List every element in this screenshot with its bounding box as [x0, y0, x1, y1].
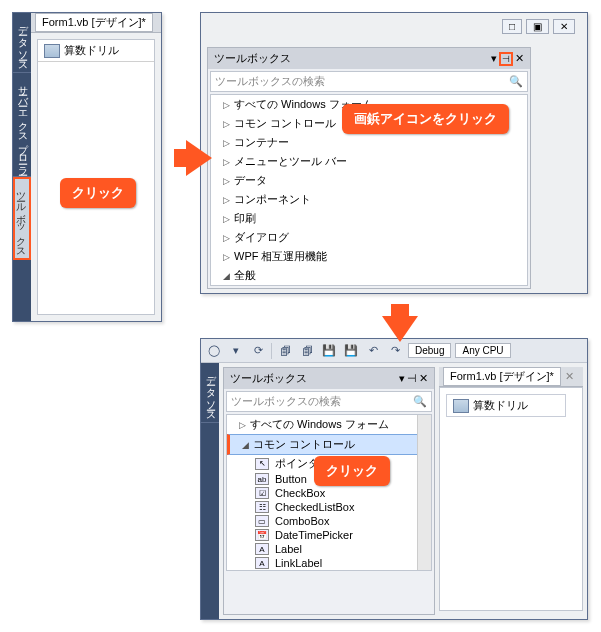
tool-icon: ↖ [255, 458, 269, 470]
file-tab[interactable]: Form1.vb [デザイン]* [35, 13, 153, 32]
search-placeholder: ツールボックスの検索 [231, 394, 341, 409]
tool-icon: ▭ [255, 515, 269, 527]
toolbox-category[interactable]: ▷ダイアログ [211, 228, 527, 247]
undo-icon[interactable]: ↶ [364, 342, 382, 360]
vtab-server-explorer[interactable]: サーバー エクスプローラー [13, 73, 31, 177]
tool-icon: A [255, 557, 269, 569]
dropdown-icon[interactable]: ▾ [491, 52, 497, 65]
callout-click-common: クリック [314, 456, 390, 486]
form-title: 算数ドリル [64, 43, 119, 58]
window-buttons: □ ▣ ✕ [498, 17, 579, 36]
tool-icon: ☑ [255, 487, 269, 499]
redo-icon[interactable]: ↷ [386, 342, 404, 360]
saveall-icon[interactable]: 💾 [342, 342, 360, 360]
toolbox-item[interactable]: ALabel [227, 542, 431, 556]
close-icon[interactable]: ✕ [515, 52, 524, 65]
toolbox-category[interactable]: ▷コンテナー [211, 133, 527, 152]
tool-icon: ☷ [255, 501, 269, 513]
toolbox-title-3: ツールボックス [230, 371, 307, 386]
newfile-icon[interactable]: 🗐 [276, 342, 294, 360]
callout-pin: 画鋲アイコンをクリック [342, 104, 509, 134]
toolbox-item[interactable]: 📅DateTimePicker [227, 528, 431, 542]
tool-icon: ab [255, 473, 269, 485]
form-title-3: 算数ドリル [473, 398, 528, 413]
toolbox-category[interactable]: ▷WPF 相互運用機能 [211, 247, 527, 266]
toolbox-category[interactable]: ▷データ [211, 171, 527, 190]
pin-icon[interactable]: ⊣ [407, 372, 417, 385]
winbtn-restore[interactable]: ▣ [526, 19, 549, 34]
arrow-down [382, 316, 418, 342]
form-titlebar: 算数ドリル [38, 40, 154, 62]
save-icon[interactable]: 💾 [320, 342, 338, 360]
toolbox-category[interactable]: ▷コンポーネント [211, 190, 527, 209]
toolbox-item[interactable]: ALinkLabel [227, 556, 431, 570]
file-tab-3[interactable]: Form1.vb [デザイン]* [443, 367, 561, 386]
toolbox-search-3[interactable]: ツールボックスの検索 🔍 [226, 391, 432, 412]
sidebar-tabs: データ ソース サーバー エクスプローラー ツールボックス [13, 13, 31, 321]
main-toolbar: ◯ ▾ ⟳ 🗐 🗐 💾 💾 ↶ ↷ Debug Any CPU [201, 339, 587, 363]
toolbox-header: ツールボックス ▾ ⊣ ✕ [208, 48, 530, 69]
search-placeholder: ツールボックスの検索 [215, 74, 325, 89]
winbtn-max[interactable]: □ [502, 19, 522, 34]
form-icon [44, 44, 60, 58]
document-tab-bar: Form1.vb [デザイン]* [31, 13, 161, 33]
toolbox-category[interactable]: ▷すべての Windows フォーム [227, 415, 431, 434]
vtab-data-source[interactable]: データ ソース [13, 13, 31, 73]
close-icon[interactable]: ✕ [419, 372, 428, 385]
nav-drop-icon[interactable]: ▾ [227, 342, 245, 360]
tool-icon: A [255, 543, 269, 555]
tool-icon: 📅 [255, 529, 269, 541]
winbtn-close[interactable]: ✕ [553, 19, 575, 34]
tab-close-icon[interactable]: ✕ [565, 370, 574, 383]
designer-area: 算数ドリル [37, 39, 155, 315]
search-icon[interactable]: 🔍 [413, 395, 427, 408]
toolbox-item[interactable]: ☷CheckedListBox [227, 500, 431, 514]
arrow-right [186, 140, 212, 176]
open-icon[interactable]: 🗐 [298, 342, 316, 360]
nav-refresh-icon[interactable]: ⟳ [249, 342, 267, 360]
toolbox-category[interactable]: ▷印刷 [211, 209, 527, 228]
form-icon [453, 399, 469, 413]
dropdown-icon[interactable]: ▾ [399, 372, 405, 385]
toolbox-item[interactable]: ☑CheckBox [227, 486, 431, 500]
toolbox-search[interactable]: ツールボックスの検索 🔍 [210, 71, 528, 92]
toolbox-category[interactable]: ▷メニューとツール バー [211, 152, 527, 171]
panel-step1: データ ソース サーバー エクスプローラー ツールボックス Form1.vb [… [12, 12, 162, 322]
vtab-data-source-3[interactable]: データ ソース [201, 363, 219, 423]
scrollbar[interactable] [417, 415, 431, 570]
panel-step3: ◯ ▾ ⟳ 🗐 🗐 💾 💾 ↶ ↷ Debug Any CPU データ ソース … [200, 338, 588, 620]
toolbox-title: ツールボックス [214, 51, 291, 66]
toolbox-category[interactable]: ◢全般 [211, 266, 527, 285]
toolbox-category[interactable]: ◢コモン コントロール [227, 434, 431, 455]
platform-combo[interactable]: Any CPU [455, 343, 510, 358]
callout-click-toolbox: クリック [60, 178, 136, 208]
toolbox-header-3: ツールボックス ▾ ⊣ ✕ [224, 368, 434, 389]
nav-back-icon[interactable]: ◯ [205, 342, 223, 360]
toolbox-categories-3: ▷すべての Windows フォーム◢コモン コントロール↖ポインターabBut… [226, 414, 432, 571]
toolbox-item[interactable]: ▭ComboBox [227, 514, 431, 528]
vtab-toolbox[interactable]: ツールボックス [13, 177, 31, 260]
search-icon[interactable]: 🔍 [509, 75, 523, 88]
config-combo[interactable]: Debug [408, 343, 451, 358]
panel-step2: □ ▣ ✕ ツールボックス ▾ ⊣ ✕ ツールボックスの検索 🔍 ▷すべての W… [200, 12, 588, 294]
pin-icon[interactable]: ⊣ [499, 52, 513, 66]
